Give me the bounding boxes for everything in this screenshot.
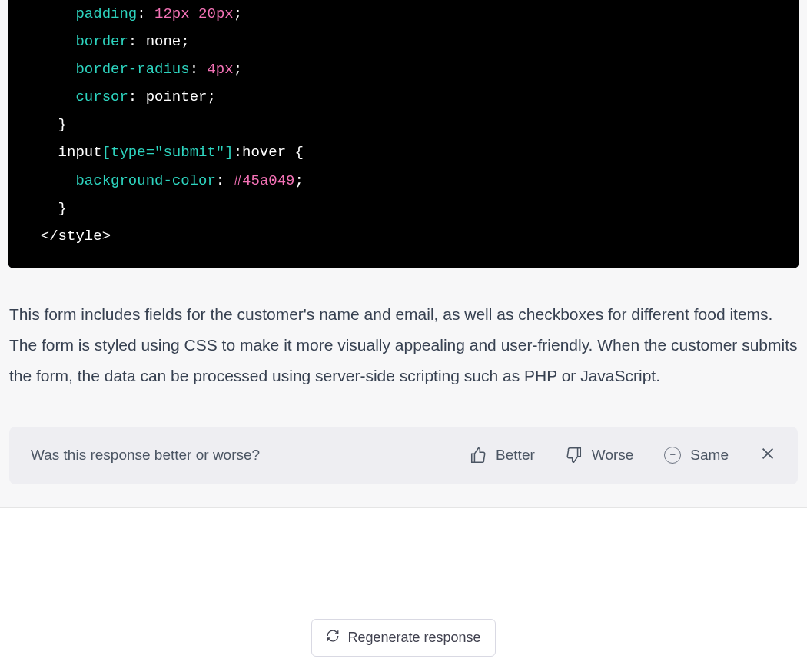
thumbs-down-icon xyxy=(566,447,583,464)
code-line: } xyxy=(23,195,784,222)
thumbs-up-icon xyxy=(470,447,487,464)
code-line: background-color: #45a049; xyxy=(23,167,784,195)
regenerate-icon xyxy=(326,629,340,647)
code-line: input[type="submit"]:hover { xyxy=(23,138,784,166)
code-line: </style> xyxy=(23,222,784,250)
close-icon xyxy=(759,445,776,466)
regenerate-label: Regenerate response xyxy=(347,630,480,646)
feedback-close-button[interactable] xyxy=(759,445,776,466)
feedback-worse-button[interactable]: Worse xyxy=(566,447,634,464)
code-line: cursor: pointer; xyxy=(23,83,784,111)
regenerate-wrap: Regenerate response xyxy=(0,619,807,657)
code-line: border-radius: 4px; xyxy=(23,55,784,83)
feedback-question: Was this response better or worse? xyxy=(31,447,439,464)
feedback-bar: Was this response better or worse? Bette… xyxy=(9,427,798,484)
feedback-same-button[interactable]: = Same xyxy=(664,447,729,464)
feedback-same-label: Same xyxy=(690,447,729,464)
equal-icon: = xyxy=(664,447,681,464)
assistant-message: padding: 12px 20px; border: none; border… xyxy=(0,0,807,508)
code-block: padding: 12px 20px; border: none; border… xyxy=(8,0,799,268)
feedback-worse-label: Worse xyxy=(592,447,634,464)
response-description: This form includes fields for the custom… xyxy=(0,268,807,414)
feedback-better-label: Better xyxy=(496,447,535,464)
code-line: border: none; xyxy=(23,28,784,55)
regenerate-button[interactable]: Regenerate response xyxy=(311,619,495,657)
feedback-better-button[interactable]: Better xyxy=(470,447,535,464)
code-line: padding: 12px 20px; xyxy=(23,0,784,28)
code-line: } xyxy=(23,111,784,138)
